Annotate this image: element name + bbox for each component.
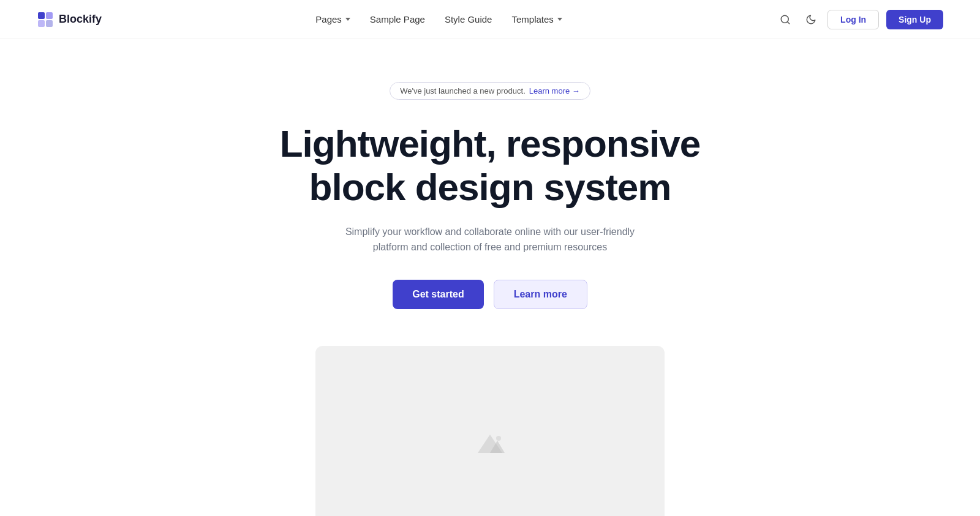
dark-mode-button[interactable] — [802, 10, 820, 29]
announcement-learn-more-link[interactable]: Learn more → — [529, 86, 580, 95]
announcement-banner: We've just launched a new product. Learn… — [390, 82, 590, 100]
nav-sample-page[interactable]: Sample Page — [370, 14, 425, 24]
svg-rect-1 — [46, 12, 53, 19]
nav-pages[interactable]: Pages — [315, 14, 350, 24]
templates-chevron-icon — [557, 18, 562, 21]
blockify-logo-icon — [37, 11, 54, 28]
login-button[interactable]: Log In — [827, 10, 879, 29]
pages-chevron-icon — [345, 18, 350, 21]
brand-name: Blockify — [59, 13, 102, 26]
signup-button[interactable]: Sign Up — [886, 10, 943, 29]
nav-templates[interactable]: Templates — [511, 14, 562, 24]
mountain-icon — [475, 432, 505, 455]
hero-title-line1: Lightweight, responsive — [280, 122, 701, 165]
svg-rect-2 — [38, 20, 45, 27]
hero-title: Lightweight, responsive block design sys… — [280, 122, 701, 209]
search-button[interactable] — [776, 10, 794, 29]
hero-cta-buttons: Get started Learn more — [393, 280, 587, 309]
placeholder-icon — [475, 432, 505, 455]
get-started-button[interactable]: Get started — [393, 280, 483, 309]
hero-subtitle: Simplify your workflow and collaborate o… — [343, 224, 637, 255]
svg-line-5 — [788, 21, 790, 23]
hero-title-line2: block design system — [309, 166, 671, 208]
nav-links: Pages Sample Page Style Guide Templates — [315, 14, 562, 25]
brand-logo[interactable]: Blockify — [37, 11, 102, 28]
svg-rect-0 — [38, 12, 45, 19]
nav-actions: Log In Sign Up — [776, 10, 943, 29]
learn-more-button[interactable]: Learn more — [494, 280, 587, 309]
moon-icon — [805, 14, 816, 25]
navbar: Blockify Pages Sample Page Style Guide T… — [0, 0, 980, 39]
hero-image-placeholder — [315, 346, 665, 516]
svg-point-8 — [496, 436, 501, 441]
nav-style-guide[interactable]: Style Guide — [445, 14, 492, 24]
svg-rect-3 — [46, 20, 53, 27]
search-icon — [780, 14, 791, 25]
announcement-text: We've just launched a new product. — [400, 86, 526, 95]
hero-section: We've just launched a new product. Learn… — [0, 39, 980, 516]
